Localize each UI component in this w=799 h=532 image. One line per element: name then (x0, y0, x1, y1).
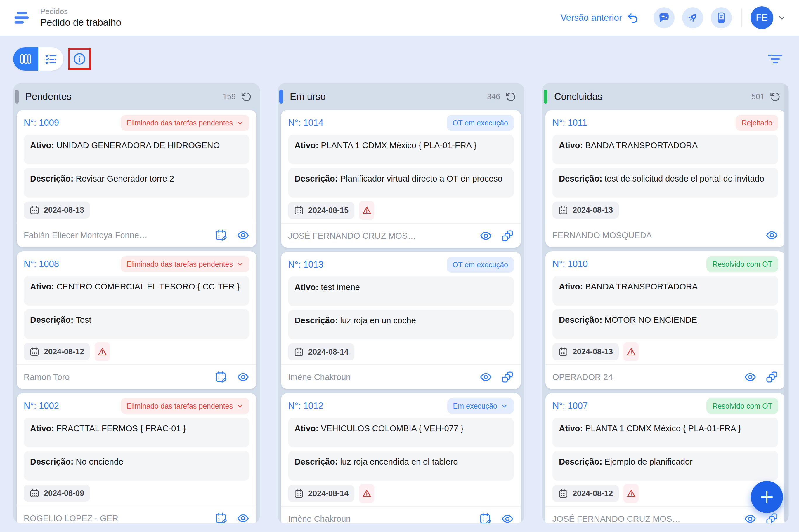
chevron-down-icon (236, 119, 244, 127)
work-order-card[interactable]: N°: 1002 Eliminado das tarefas pendentes… (17, 393, 256, 523)
work-order-number[interactable]: N°: 1010 (552, 259, 588, 269)
date-value: 2024-08-14 (308, 489, 348, 498)
column-title: Pendentes (25, 91, 223, 102)
calendar-edit-icon[interactable] (215, 370, 228, 383)
chevron-down-icon (236, 402, 244, 410)
calendar-edit-icon[interactable] (215, 512, 228, 523)
status-badge[interactable]: Eliminado das tarefas pendentes (121, 115, 250, 131)
eye-icon[interactable] (237, 512, 250, 523)
refresh-button[interactable] (241, 91, 252, 102)
avatar[interactable]: FE (750, 6, 773, 29)
work-order-board: Pendentes 159 N°: 1009 Eliminado das tar… (0, 36, 799, 532)
add-work-order-button[interactable] (751, 481, 783, 513)
work-order-number[interactable]: N°: 1013 (288, 260, 323, 270)
link-copies-icon[interactable] (501, 229, 514, 242)
eye-icon[interactable] (479, 229, 492, 242)
card-footer: JOSÉ FERNANDO CRUZ MOS… (281, 223, 521, 248)
refresh-button[interactable] (770, 91, 781, 102)
status-badge[interactable]: Em execução (447, 398, 514, 414)
calendar-icon (30, 488, 39, 498)
warning-icon (626, 489, 636, 499)
status-badge[interactable]: Rejeitado (736, 115, 778, 131)
link-copies-icon[interactable] (501, 370, 514, 383)
work-order-card[interactable]: N°: 1013 OT em execução Ativo:test imene… (281, 252, 521, 389)
work-order-number[interactable]: N°: 1002 (24, 401, 59, 411)
work-order-card[interactable]: N°: 1008 Eliminado das tarefas pendentes… (17, 251, 256, 389)
asset-label: Ativo: (294, 141, 319, 150)
eye-icon[interactable] (501, 512, 514, 523)
eye-icon[interactable] (744, 370, 757, 383)
date-value: 2024-08-13 (44, 206, 84, 215)
date-value: 2024-08-13 (573, 347, 613, 356)
card-footer: ROGELIO LOPEZ - GER (17, 506, 256, 523)
column-in-progress: Em urso 346 N°: 1014 OT em execução Ativ… (277, 83, 524, 523)
asset-label: Ativo: (30, 424, 54, 433)
column-scrollbar[interactable] (783, 84, 787, 522)
work-order-card[interactable]: N°: 1012 Em execução Ativo:VEHICULOS COL… (281, 393, 521, 523)
card-footer: OPERADOR 24 (545, 364, 785, 389)
work-order-number[interactable]: N°: 1007 (552, 401, 588, 411)
description-field: Descrição:MOTOR NO ENCIENDE (552, 309, 778, 339)
calendar-icon (558, 205, 568, 215)
work-order-card[interactable]: N°: 1014 OT em execução Ativo:PLANTA 1 C… (281, 110, 521, 248)
date-pill: 2024-08-14 (288, 485, 355, 502)
kanban-view-button[interactable] (13, 47, 38, 71)
previous-version-link[interactable]: Versão anterior (561, 12, 639, 24)
column-cards: N°: 1011 Rejeitado Ativo:BANDA TRANSPORT… (542, 110, 789, 523)
ai-assistant-button[interactable] (654, 7, 674, 28)
whats-new-button[interactable] (711, 7, 732, 28)
status-badge[interactable]: Eliminado das tarefas pendentes (121, 256, 250, 272)
description-field: Descrição:Planificador virtual directo a… (288, 168, 514, 197)
description-label: Descrição: (559, 174, 602, 183)
list-view-button[interactable] (38, 47, 63, 71)
refresh-button[interactable] (505, 91, 516, 102)
column-accent-bar (15, 90, 19, 103)
status-badge[interactable]: OT em execução (447, 257, 514, 272)
eye-icon[interactable] (237, 370, 250, 383)
description-label: Descrição: (559, 315, 602, 324)
calendar-edit-icon[interactable] (215, 229, 228, 242)
column-title: Concluídas (554, 91, 751, 102)
assignee-name: ROGELIO LOPEZ - GER (24, 514, 118, 523)
work-order-number[interactable]: N°: 1014 (288, 118, 323, 128)
work-order-number[interactable]: N°: 1012 (288, 401, 323, 411)
work-order-card[interactable]: N°: 1007 Resolvido com OT Ativo:PLANTA 1… (545, 393, 785, 523)
work-order-number[interactable]: N°: 1009 (24, 118, 59, 128)
card-footer: JOSÉ FERNANDO CRUZ MOS… (545, 506, 785, 523)
rocket-button[interactable] (682, 7, 703, 28)
date-pill: 2024-08-13 (552, 343, 619, 360)
asset-field: Ativo:PLANTA 1 CDMX México { PLA-01-FRA … (552, 418, 778, 448)
status-badge[interactable]: OT em execução (447, 115, 514, 131)
calendar-icon (294, 489, 304, 498)
assignee-name: JOSÉ FERNANDO CRUZ MOS… (552, 514, 680, 524)
eye-icon[interactable] (765, 229, 778, 242)
work-order-card[interactable]: N°: 1011 Rejeitado Ativo:BANDA TRANSPORT… (545, 110, 785, 247)
filter-button[interactable] (767, 51, 783, 67)
description-field: Descrição:Test (24, 309, 250, 339)
work-order-card[interactable]: N°: 1009 Eliminado das tarefas pendentes… (17, 110, 256, 247)
status-badge[interactable]: Eliminado das tarefas pendentes (121, 398, 250, 414)
overdue-warning-chip (359, 484, 374, 503)
card-footer: FERNANDO MOSQUEDA (545, 223, 785, 247)
asset-field: Ativo:UNIDAD GENERADORA DE HIDROGENO (24, 135, 250, 164)
asset-field: Ativo:PLANTA 1 CDMX México { PLA-01-FRA … (288, 135, 514, 164)
link-copies-icon[interactable] (765, 512, 778, 523)
status-badge[interactable]: Resolvido com OT (706, 398, 778, 414)
status-badge[interactable]: Resolvido com OT (706, 256, 778, 272)
date-row: 2024-08-09 (24, 484, 250, 502)
work-order-number[interactable]: N°: 1011 (552, 118, 587, 128)
eye-icon[interactable] (479, 370, 492, 383)
card-actions (765, 229, 778, 242)
asset-value: UNIDAD GENERADORA DE HIDROGENO (56, 141, 220, 150)
work-order-card[interactable]: N°: 1010 Resolvido com OT Ativo:BANDA TR… (545, 251, 785, 389)
work-order-number[interactable]: N°: 1008 (24, 259, 59, 269)
asset-value: PLANTA 1 CDMX México { PLA-01-FRA } (585, 424, 741, 433)
eye-icon[interactable] (744, 512, 757, 523)
info-button[interactable] (73, 52, 86, 66)
asset-field: Ativo:FRACTTAL FERMOS { FRAC-01 } (24, 418, 250, 448)
hamburger-menu-icon[interactable] (13, 11, 30, 25)
eye-icon[interactable] (237, 229, 250, 242)
avatar-menu-chevron[interactable] (777, 14, 786, 22)
calendar-edit-icon[interactable] (479, 512, 492, 523)
link-copies-icon[interactable] (765, 370, 778, 383)
